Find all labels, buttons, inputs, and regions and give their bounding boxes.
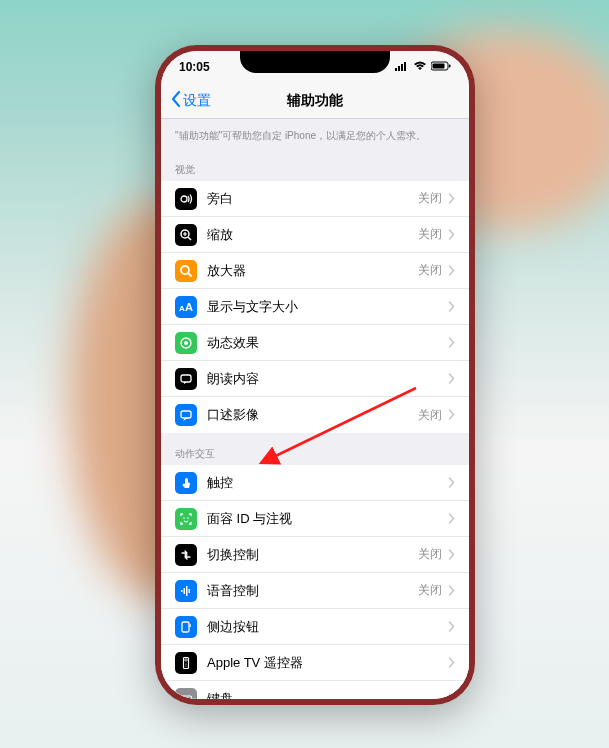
remote-icon — [175, 652, 197, 674]
chevron-right-icon — [448, 227, 455, 243]
settings-row-touch[interactable]: 触控 — [161, 465, 469, 501]
audio-desc-icon — [175, 404, 197, 426]
settings-row-text[interactable]: AA显示与文字大小 — [161, 289, 469, 325]
chevron-right-icon — [448, 691, 455, 699]
svg-point-31 — [185, 665, 186, 666]
chevron-right-icon — [448, 511, 455, 527]
settings-row-remote[interactable]: Apple TV 遥控器 — [161, 645, 469, 681]
section-interaction: 触控面容 ID 与注视切换控制关闭语音控制关闭侧边按钮Apple TV 遥控器键… — [161, 465, 469, 699]
faceid-icon — [175, 508, 197, 530]
settings-row-magnifier[interactable]: 放大器关闭 — [161, 253, 469, 289]
settings-row-motion[interactable]: 动态效果 — [161, 325, 469, 361]
chevron-right-icon — [448, 371, 455, 387]
svg-rect-25 — [189, 589, 191, 593]
text-icon: AA — [175, 296, 197, 318]
settings-row-zoom[interactable]: 缩放关闭 — [161, 217, 469, 253]
keyboard-icon — [175, 688, 197, 699]
magnifier-icon — [175, 260, 197, 282]
svg-line-13 — [188, 273, 192, 277]
svg-rect-5 — [433, 64, 445, 69]
row-label: 触控 — [207, 474, 448, 492]
section-header-visual: 视觉 — [161, 149, 469, 181]
settings-row-voice[interactable]: 语音控制关闭 — [161, 573, 469, 609]
svg-rect-36 — [188, 698, 189, 699]
svg-rect-1 — [398, 66, 400, 71]
nav-bar: 设置 辅助功能 — [161, 83, 469, 119]
row-label: 切换控制 — [207, 546, 418, 564]
settings-row-voiceover[interactable]: 旁白关闭 — [161, 181, 469, 217]
row-label: 放大器 — [207, 262, 418, 280]
chevron-right-icon — [448, 407, 455, 423]
row-label: 口述影像 — [207, 406, 418, 424]
svg-rect-0 — [395, 68, 397, 71]
back-button[interactable]: 设置 — [171, 91, 211, 110]
row-status: 关闭 — [418, 262, 442, 279]
row-label: 键盘 — [207, 690, 448, 699]
motion-icon — [175, 332, 197, 354]
svg-point-29 — [185, 658, 187, 660]
chevron-left-icon — [171, 91, 181, 110]
row-status: 关闭 — [418, 582, 442, 599]
row-status: 关闭 — [418, 407, 442, 424]
page-descriptor: "辅助功能"可帮助您自定 iPhone，以满足您的个人需求。 — [161, 119, 469, 149]
chevron-right-icon — [448, 547, 455, 563]
svg-rect-3 — [404, 62, 406, 71]
chevron-right-icon — [448, 263, 455, 279]
switch-icon — [175, 544, 197, 566]
svg-rect-26 — [182, 622, 189, 632]
phone-frame: 10:05 设置 辅助功能 — [155, 45, 475, 705]
row-label: Apple TV 遥控器 — [207, 654, 448, 672]
section-visual: 旁白关闭缩放关闭放大器关闭AA显示与文字大小动态效果朗读内容口述影像关闭 — [161, 181, 469, 433]
wifi-icon — [413, 60, 427, 74]
svg-rect-33 — [182, 698, 183, 699]
svg-text:A: A — [185, 301, 193, 313]
back-label: 设置 — [183, 92, 211, 110]
row-label: 面容 ID 与注视 — [207, 510, 448, 528]
svg-point-20 — [183, 517, 185, 519]
settings-row-audio-desc[interactable]: 口述影像关闭 — [161, 397, 469, 433]
row-label: 旁白 — [207, 190, 418, 208]
signal-icon — [395, 60, 409, 74]
content-scroll[interactable]: "辅助功能"可帮助您自定 iPhone，以满足您的个人需求。 视觉 旁白关闭缩放… — [161, 119, 469, 699]
svg-point-21 — [187, 517, 189, 519]
row-status: 关闭 — [418, 546, 442, 563]
page-title: 辅助功能 — [287, 92, 343, 110]
battery-icon — [431, 60, 451, 74]
side-btn-icon — [175, 616, 197, 638]
settings-row-switch[interactable]: 切换控制关闭 — [161, 537, 469, 573]
section-header-interaction: 动作交互 — [161, 433, 469, 465]
svg-point-7 — [181, 196, 187, 202]
row-status: 关闭 — [418, 226, 442, 243]
svg-rect-22 — [181, 590, 183, 592]
svg-point-30 — [185, 663, 186, 664]
chevron-right-icon — [448, 191, 455, 207]
svg-rect-27 — [190, 624, 191, 627]
svg-rect-23 — [184, 588, 186, 594]
svg-line-9 — [188, 237, 191, 240]
svg-point-12 — [181, 266, 189, 274]
svg-rect-18 — [181, 375, 191, 382]
chevron-right-icon — [448, 583, 455, 599]
phone-notch — [240, 51, 390, 73]
settings-row-faceid[interactable]: 面容 ID 与注视 — [161, 501, 469, 537]
touch-icon — [175, 472, 197, 494]
settings-row-side-btn[interactable]: 侧边按钮 — [161, 609, 469, 645]
row-label: 显示与文字大小 — [207, 298, 448, 316]
chevron-right-icon — [448, 475, 455, 491]
row-label: 语音控制 — [207, 582, 418, 600]
svg-rect-2 — [401, 64, 403, 71]
svg-rect-19 — [181, 411, 191, 418]
status-time: 10:05 — [179, 60, 210, 74]
settings-row-speech[interactable]: 朗读内容 — [161, 361, 469, 397]
chevron-right-icon — [448, 299, 455, 315]
chevron-right-icon — [448, 655, 455, 671]
chevron-right-icon — [448, 619, 455, 635]
row-label: 朗读内容 — [207, 370, 448, 388]
voiceover-icon — [175, 188, 197, 210]
svg-rect-24 — [186, 586, 188, 596]
phone-screen: 10:05 设置 辅助功能 — [161, 51, 469, 699]
voice-icon — [175, 580, 197, 602]
row-label: 侧边按钮 — [207, 618, 448, 636]
svg-point-17 — [184, 341, 188, 345]
settings-row-keyboard[interactable]: 键盘 — [161, 681, 469, 699]
